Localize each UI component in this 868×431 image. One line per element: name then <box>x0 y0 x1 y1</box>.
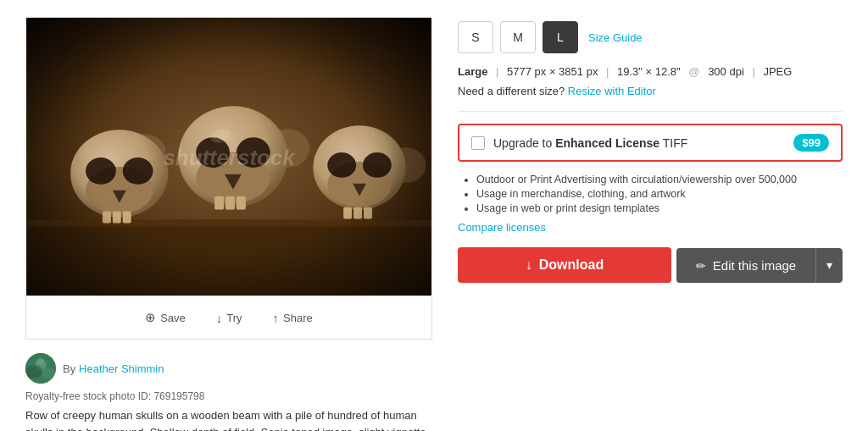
size-info: Large | 5777 px × 3851 px | 19.3" × 12.8… <box>458 65 843 78</box>
save-icon: ⊕ <box>145 310 156 325</box>
size-dpi: 300 dpi <box>708 65 744 78</box>
main-content: shutterstock ⊕ Save ↓ Try ↑ Share <box>25 17 843 431</box>
edit-label: Edit this image <box>713 258 796 273</box>
size-selector: S M L Size Guide <box>458 21 843 53</box>
enhanced-license-box: Upgrade to Enhanced License TIFF $99 <box>458 124 843 162</box>
size-guide-link[interactable]: Size Guide <box>588 31 643 44</box>
license-checkbox[interactable] <box>471 136 485 150</box>
svg-point-35 <box>42 367 55 379</box>
size-m-button[interactable]: M <box>500 21 536 53</box>
edit-button[interactable]: Edit this image <box>676 248 815 283</box>
save-label: Save <box>160 312 186 324</box>
author-link[interactable]: Heather Shimmin <box>79 362 164 375</box>
svg-point-34 <box>25 365 42 379</box>
list-item: Outdoor or Print Advertising with circul… <box>476 174 843 185</box>
resize-link-label: Resize with Editor <box>568 85 656 97</box>
by-text: By <box>63 362 75 375</box>
dropdown-arrow-icon: ▾ <box>826 258 832 272</box>
license-name-text: Enhanced License <box>555 136 659 150</box>
image-container: shutterstock <box>25 17 432 296</box>
avatar <box>25 353 56 384</box>
try-icon: ↓ <box>216 311 223 325</box>
edit-dropdown-button[interactable]: ▾ <box>815 248 843 283</box>
resize-prompt: Need a different size? <box>458 85 565 97</box>
list-item: Usage in merchandise, clothing, and artw… <box>476 188 843 200</box>
right-panel: S M L Size Guide Large | 5777 px × 3851 … <box>458 17 843 283</box>
left-panel: shutterstock ⊕ Save ↓ Try ↑ Share <box>25 17 432 431</box>
image-actions-bar: ⊕ Save ↓ Try ↑ Share <box>25 296 432 340</box>
page-wrapper: shutterstock ⊕ Save ↓ Try ↑ Share <box>0 0 868 431</box>
share-label: Share <box>283 312 313 324</box>
size-dimensions: 19.3" × 12.8" <box>617 65 681 78</box>
license-format-text: TIFF <box>663 136 688 150</box>
stock-id: Royalty-free stock photo ID: 769195798 <box>25 390 432 402</box>
size-format: JPEG <box>763 65 792 78</box>
share-button[interactable]: ↑ Share <box>266 307 320 329</box>
author-info: By Heather Shimmin <box>63 362 164 375</box>
description-text: Row of creepy human skulls on a wooden b… <box>25 407 432 431</box>
svg-point-36 <box>37 358 44 365</box>
size-label: Large <box>458 65 487 78</box>
list-item: Usage in web or print design templates <box>476 202 843 214</box>
save-button[interactable]: ⊕ Save <box>138 307 192 329</box>
try-button[interactable]: ↓ Try <box>209 307 249 329</box>
try-label: Try <box>226 312 242 324</box>
author-row: By Heather Shimmin <box>25 353 432 384</box>
download-button[interactable]: Download <box>458 247 671 283</box>
license-bullets: Outdoor or Print Advertising with circul… <box>458 174 843 214</box>
upgrade-text: Upgrade to <box>493 136 552 150</box>
price-badge: $99 <box>793 134 829 152</box>
download-label: Download <box>539 257 604 273</box>
resize-editor-link[interactable]: Resize with Editor <box>568 85 656 97</box>
license-name: Enhanced License <box>555 136 659 150</box>
edit-icon <box>696 258 706 273</box>
size-l-button[interactable]: L <box>542 21 578 53</box>
size-pixels: 5777 px × 3851 px <box>507 65 598 78</box>
divider <box>458 111 843 112</box>
size-s-button[interactable]: S <box>458 21 493 53</box>
skulls-image: shutterstock <box>26 18 431 296</box>
compare-licenses-link[interactable]: Compare licenses <box>458 221 843 234</box>
resize-row: Need a different size? Resize with Edito… <box>458 85 843 97</box>
watermark-text: shutterstock <box>163 146 296 169</box>
download-icon <box>526 257 532 273</box>
license-format: TIFF <box>663 136 688 150</box>
license-label: Upgrade to Enhanced License TIFF <box>493 136 785 150</box>
edit-group: Edit this image ▾ <box>676 248 843 283</box>
action-buttons: Download Edit this image ▾ <box>458 247 843 283</box>
share-icon: ↑ <box>273 311 280 325</box>
